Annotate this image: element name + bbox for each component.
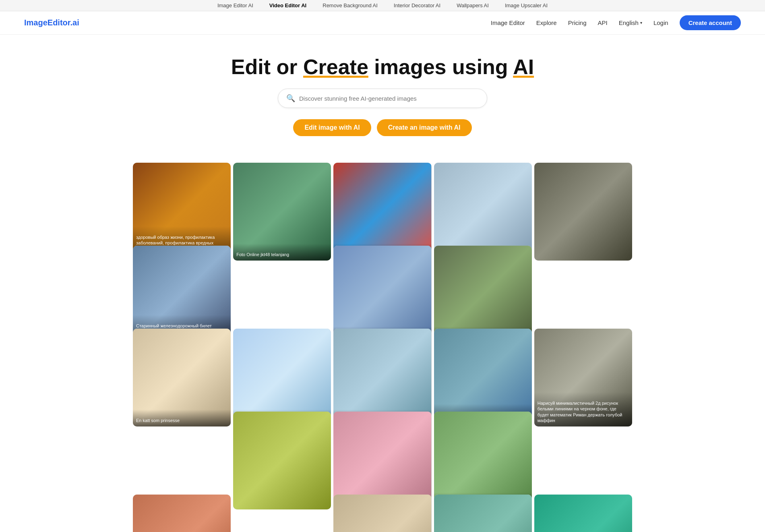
gallery-item[interactable]: En katt som prinsesse (133, 329, 231, 426)
topbar-wallpapers[interactable]: Wallpapers AI (457, 2, 489, 8)
topbar-image-editor[interactable]: Image Editor AI (217, 2, 253, 8)
navbar-links: Image Editor Explore Pricing API English… (491, 15, 741, 30)
gallery-item[interactable] (133, 495, 231, 532)
hero-title: Edit or Create images using AI (8, 55, 757, 79)
gallery-item[interactable]: нейронная сеть (534, 495, 632, 532)
gallery-item[interactable]: Foto Online jkt48 telanjang (233, 163, 331, 261)
svg-rect-8 (534, 163, 632, 261)
gallery-item[interactable] (333, 495, 431, 532)
gallery-item[interactable] (233, 412, 331, 509)
gallery-item[interactable]: Нарисуй минималистичный 2д рисунок белым… (534, 329, 632, 426)
image-caption: Foto Online jkt48 telanjang (233, 244, 331, 261)
image-caption: Нарисуй минималистичный 2д рисунок белым… (534, 392, 632, 426)
nav-explore[interactable]: Explore (536, 19, 557, 26)
navbar: ImageEditor.ai Image Editor Explore Pric… (0, 11, 765, 35)
search-bar: 🔍 (278, 89, 487, 108)
top-bar: Image Editor AI Video Editor AI Remove B… (0, 0, 765, 11)
topbar-video-editor[interactable]: Video Editor AI (269, 2, 306, 8)
language-label: English (619, 19, 639, 26)
search-input[interactable] (299, 95, 479, 102)
language-selector[interactable]: English ▾ (619, 19, 642, 26)
image-gallery: здоровый образ жизни, профилактика забол… (121, 163, 644, 532)
hero-title-highlight1: Create (303, 55, 368, 79)
gallery-item[interactable] (534, 163, 632, 261)
image-caption: En katt som prinsesse (133, 410, 231, 426)
svg-rect-19 (333, 495, 431, 532)
svg-rect-14 (233, 412, 331, 509)
hero-title-highlight2: AI (513, 55, 534, 79)
topbar-upscaler[interactable]: Image Upscaler AI (505, 2, 548, 8)
svg-rect-20 (434, 495, 532, 532)
topbar-interior[interactable]: Interior Decorator AI (394, 2, 440, 8)
hero-section: Edit or Create images using AI 🔍 Edit im… (0, 35, 765, 163)
create-image-button[interactable]: Create an image with AI (377, 119, 472, 136)
search-icon: 🔍 (286, 94, 295, 103)
chevron-down-icon: ▾ (640, 21, 642, 25)
action-buttons: Edit image with AI Create an image with … (8, 119, 757, 136)
site-logo[interactable]: ImageEditor.ai (24, 18, 79, 27)
login-button[interactable]: Login (653, 19, 668, 26)
nav-image-editor[interactable]: Image Editor (491, 19, 525, 26)
topbar-remove-bg[interactable]: Remove Background AI (323, 2, 378, 8)
nav-api[interactable]: API (598, 19, 608, 26)
hero-title-part2: images using (368, 55, 513, 79)
gallery-item[interactable] (434, 495, 532, 532)
create-account-button[interactable]: Create account (680, 15, 741, 30)
hero-title-part1: Edit or (231, 55, 303, 79)
svg-rect-18 (133, 495, 231, 532)
svg-rect-17 (534, 495, 632, 532)
nav-pricing[interactable]: Pricing (568, 19, 587, 26)
edit-image-button[interactable]: Edit image with AI (293, 119, 371, 136)
